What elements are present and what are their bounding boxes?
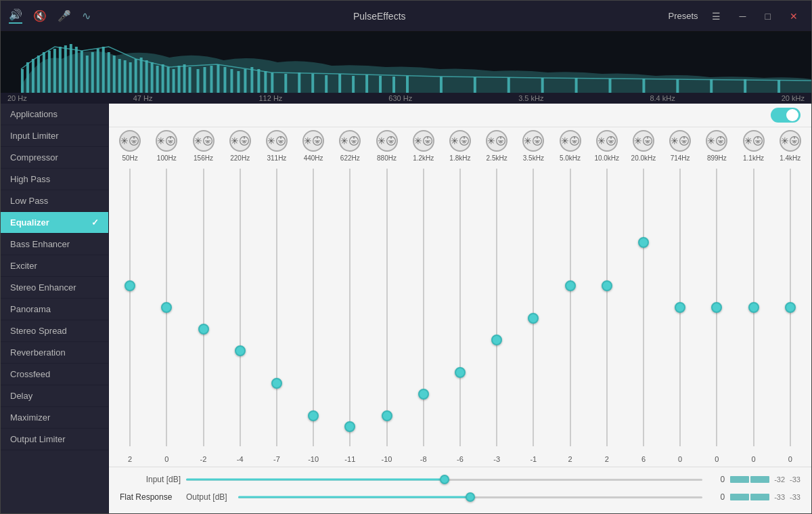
sidebar-item-maximizer[interactable]: Maximizer — [1, 407, 108, 429]
sidebar-item-reverberation[interactable]: Reverberation — [1, 342, 108, 364]
slider-thumb-50Hz[interactable] — [125, 280, 135, 291]
svg-rect-2 — [26, 62, 29, 93]
band-freq-50hz: 50Hz — [122, 154, 137, 162]
svg-rect-11 — [75, 47, 78, 93]
svg-rect-22 — [135, 59, 137, 93]
presets-button[interactable]: Presets — [669, 11, 698, 21]
slider-thumb-100Hz[interactable] — [161, 302, 172, 313]
slider-col-50Hz — [112, 163, 148, 452]
band-knob-714hz[interactable] — [669, 130, 691, 152]
slider-thumb-1.8kHz[interactable] — [455, 367, 466, 378]
band-value-100Hz: 0 — [148, 453, 185, 465]
speaker-icon[interactable]: 🔊 — [9, 8, 22, 24]
sidebar-item-stereo-enhancer[interactable]: Stereo Enhancer — [1, 277, 108, 299]
slider-track-1.8kHz — [459, 169, 461, 446]
band-knob-18khz[interactable] — [449, 130, 471, 152]
band-freq-11khz: 1.1kHz — [743, 154, 764, 162]
band-freq-440hz: 440Hz — [304, 154, 323, 162]
slider-thumb-20.0kHz[interactable] — [638, 237, 649, 248]
svg-rect-30 — [178, 66, 181, 93]
svg-rect-25 — [151, 62, 154, 93]
mic-icon[interactable]: 🎤 — [58, 9, 71, 22]
band-knob-100khz[interactable] — [596, 130, 618, 152]
input-meter-seg2 — [750, 476, 769, 483]
band-knob-200khz[interactable] — [633, 130, 654, 152]
svg-rect-19 — [118, 59, 121, 93]
slider-thumb-622Hz[interactable] — [344, 421, 355, 432]
slider-thumb-156Hz[interactable] — [198, 324, 209, 335]
band-knob-12khz[interactable] — [413, 130, 434, 152]
slider-col-2.5kHz — [478, 163, 515, 452]
band-value-50Hz: 2 — [112, 453, 148, 465]
sidebar-item-bass-enhancer[interactable]: Bass Enhancer — [1, 234, 108, 255]
band-knob-100hz[interactable] — [156, 130, 177, 152]
sidebar-item-output-limiter[interactable]: Output Limiter — [1, 429, 108, 450]
band-knob-14khz[interactable] — [780, 130, 801, 152]
close-button[interactable]: ✕ — [784, 8, 803, 24]
band-col-880hz: 880Hz — [368, 130, 405, 162]
band-freq-12khz: 1.2kHz — [413, 154, 434, 162]
mute-icon[interactable]: 🔇 — [33, 9, 47, 22]
slider-thumb-311Hz[interactable] — [271, 378, 282, 389]
eq-sliders-area — [109, 163, 811, 452]
svg-rect-61 — [642, 79, 645, 93]
band-knob-899hz[interactable] — [706, 130, 727, 152]
band-knob-156hz[interactable] — [193, 130, 215, 152]
output-thumb[interactable] — [466, 492, 475, 502]
band-knob-622hz[interactable] — [339, 130, 361, 152]
minimize-button[interactable]: ─ — [734, 8, 752, 24]
band-knob-220hz[interactable] — [229, 130, 251, 152]
freq-label-630hz: 630 Hz — [388, 94, 412, 102]
band-knob-50hz[interactable] — [119, 130, 141, 152]
slider-thumb-1.1kHz[interactable] — [748, 302, 759, 313]
band-col-440hz: 440Hz — [295, 130, 332, 162]
slider-thumb-3.5kHz[interactable] — [528, 313, 539, 324]
slider-track-156Hz — [203, 169, 204, 446]
sidebar-item-input-limiter[interactable]: Input Limiter — [1, 125, 108, 147]
output-slider[interactable] — [238, 490, 702, 504]
slider-thumb-1.4kHz[interactable] — [785, 302, 796, 313]
sidebar-item-equalizer[interactable]: Equalizer — [1, 212, 108, 234]
band-knob-50khz[interactable] — [560, 130, 581, 152]
slider-thumb-2.5kHz[interactable] — [491, 335, 502, 345]
sidebar-item-high-pass[interactable]: High Pass — [1, 169, 108, 190]
svg-rect-48 — [325, 75, 328, 93]
sidebar-item-compressor[interactable]: Compressor — [1, 147, 108, 169]
slider-thumb-10.0kHz[interactable] — [602, 280, 612, 291]
band-knob-311hz[interactable] — [266, 130, 288, 152]
slider-thumb-220Hz[interactable] — [235, 345, 246, 356]
svg-rect-53 — [392, 77, 395, 93]
titlebar: 🔊 🔇 🎤 ∿ PulseEffects Presets ☰ ─ □ ✕ — [1, 1, 811, 32]
band-knob-35khz[interactable] — [522, 130, 544, 152]
input-slider[interactable] — [186, 473, 702, 486]
sidebar-item-low-pass[interactable]: Low Pass — [1, 190, 108, 212]
sidebar-item-applications[interactable]: Applications — [1, 104, 108, 125]
wave-icon[interactable]: ∿ — [82, 9, 91, 22]
band-value-5.0kHz: 2 — [551, 453, 588, 465]
maximize-button[interactable]: □ — [760, 8, 776, 24]
svg-rect-4 — [37, 56, 40, 93]
band-knob-25khz[interactable] — [486, 130, 508, 152]
band-knob-880hz[interactable] — [376, 130, 398, 152]
input-meter-val2: -33 — [790, 475, 800, 484]
band-col-50khz: 5.0kHz — [551, 130, 588, 162]
input-thumb[interactable] — [440, 475, 449, 484]
svg-rect-37 — [223, 67, 226, 93]
band-knob-11khz[interactable] — [743, 130, 765, 152]
band-knob-440hz[interactable] — [302, 130, 324, 152]
equalizer-toggle[interactable] — [771, 108, 800, 123]
input-meter-group — [730, 476, 769, 483]
sidebar-item-delay[interactable]: Delay — [1, 385, 108, 407]
slider-thumb-899Hz[interactable] — [711, 302, 722, 313]
menu-button[interactable]: ☰ — [706, 8, 726, 24]
sidebar-item-panorama[interactable]: Panorama — [1, 299, 108, 320]
slider-thumb-5.0kHz[interactable] — [565, 280, 576, 291]
slider-thumb-880Hz[interactable] — [382, 410, 392, 421]
slider-thumb-440Hz[interactable] — [308, 410, 319, 421]
sidebar-item-stereo-spread[interactable]: Stereo Spread — [1, 320, 108, 342]
output-meters: -33 -33 — [730, 493, 800, 501]
sidebar-item-crossfeed[interactable]: Crossfeed — [1, 364, 108, 385]
slider-thumb-714Hz[interactable] — [675, 302, 685, 313]
slider-thumb-1.2kHz[interactable] — [418, 389, 429, 400]
sidebar-item-exciter[interactable]: Exciter — [1, 255, 108, 277]
